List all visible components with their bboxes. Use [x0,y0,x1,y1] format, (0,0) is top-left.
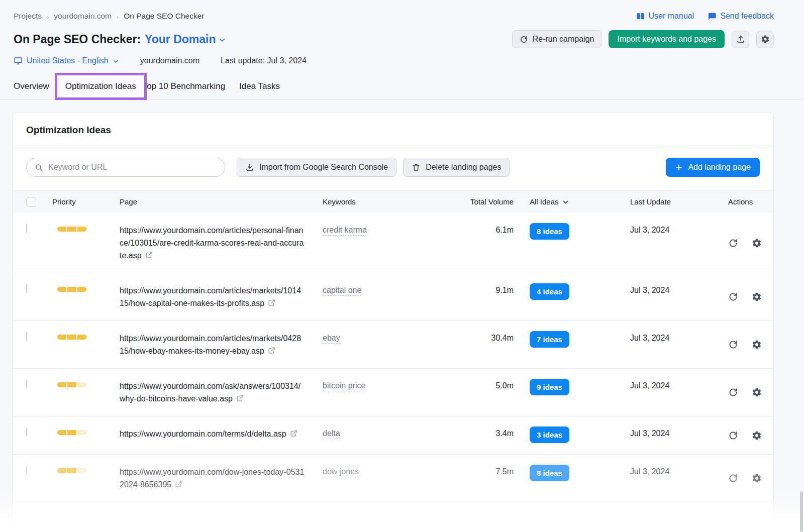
priority-bars [57,468,86,473]
chevron-down-icon [218,36,226,44]
keyword-link[interactable]: delta [323,429,340,439]
external-link-icon[interactable] [145,251,153,259]
row-settings-icon[interactable] [752,387,762,397]
external-link-icon[interactable] [289,429,298,438]
page-url-cell: https://www.yourdomain.com/articles/pers… [120,224,323,262]
column-header-page: Page [120,197,323,206]
row-settings-icon[interactable] [752,292,762,302]
priority-bars [57,335,86,340]
page-url: https://www.yourdomain.com/dow-jones-tod… [120,468,304,489]
row-checkbox[interactable] [26,379,27,389]
breadcrumb-domain[interactable]: yourdomain.com [54,12,112,21]
keyword-link[interactable]: capital one [323,286,361,296]
tab-top10-benchmarking[interactable]: Top 10 Benchmarking [143,81,225,91]
meta-domain: yourdomain.com [140,56,199,65]
rerun-row-icon[interactable] [728,431,738,441]
ideas-badge[interactable]: 7 ideas [530,331,569,348]
page-url-cell: https://www.yourdomain.com/dow-jones-tod… [120,466,323,491]
locale-label: United States - English [27,56,109,65]
breadcrumb-current: On Page SEO Checker [124,12,204,21]
rerun-campaign-label: Re-run campaign [533,35,594,44]
total-volume: 6.1m [465,224,514,236]
import-gsc-button[interactable]: Import from Google Search Console [237,158,396,177]
user-manual-link[interactable]: User manual [636,12,694,21]
title-actions: Re-run campaign Import keywords and page… [512,30,774,48]
scrollbar-thumb[interactable] [800,491,803,532]
rerun-row-icon[interactable] [728,387,738,397]
row-checkbox[interactable] [26,332,27,341]
delete-landing-pages-button[interactable]: Delete landing pages [403,158,510,177]
last-update-date: Jul 3, 2024 [630,284,724,296]
ideas-badge[interactable]: 8 ideas [530,465,569,481]
rerun-row-icon[interactable] [728,238,738,248]
user-manual-label: User manual [649,12,694,21]
rerun-row-icon[interactable] [728,292,738,302]
total-volume: 30.4m [465,332,514,344]
rerun-row-icon[interactable] [728,340,738,350]
row-settings-icon[interactable] [752,238,762,248]
send-feedback-link[interactable]: Send feedback [707,12,774,21]
keyword-link[interactable]: credit karma [323,226,367,236]
table-row: https://www.yourdomain.com/dow-jones-tod… [13,455,773,502]
keyword-link[interactable]: dow jones [323,467,359,477]
row-settings-icon[interactable] [752,431,762,441]
total-volume: 9.1m [465,284,514,296]
external-link-icon[interactable] [174,480,183,488]
row-settings-icon[interactable] [752,340,762,350]
add-landing-page-button[interactable]: Add landing page [666,158,760,177]
external-link-icon[interactable] [267,298,276,307]
external-link-icon[interactable] [267,346,276,355]
gear-icon [761,35,770,44]
settings-button[interactable] [756,31,774,48]
ideas-badge[interactable]: 4 ideas [530,283,569,300]
row-checkbox[interactable] [26,427,27,437]
row-actions [724,473,762,483]
import-keywords-button[interactable]: Import keywords and pages [609,30,725,48]
ideas-badge[interactable]: 9 ideas [530,379,569,395]
table-row: https://www.yourdomain.com/terms/d/delta… [13,416,773,455]
priority-bars [57,382,86,387]
row-checkbox[interactable] [26,465,27,475]
last-update-date: Jul 3, 2024 [630,428,724,440]
domain-selector[interactable]: Your Domain [145,33,226,46]
breadcrumb-projects[interactable]: Projects [14,12,42,21]
row-actions [724,340,762,350]
row-checkbox[interactable] [26,224,27,233]
ideas-badge[interactable]: 8 ideas [530,223,569,240]
export-button[interactable] [732,31,749,48]
refresh-icon [520,35,528,44]
external-link-icon[interactable] [236,394,244,402]
panel-title: Optimization Ideas [26,125,760,136]
top-links: User manual Send feedback [636,12,774,21]
domain-selector-label: Your Domain [145,33,216,46]
table-body: https://www.yourdomain.com/articles/pers… [13,213,773,502]
tabs: Overview Optimization Ideas Top 10 Bench… [12,71,774,101]
column-header-volume: Total Volume [465,197,514,206]
panel-toolbar: Import from Google Search Console Delete… [13,146,773,190]
row-actions [724,292,762,302]
column-header-ideas-filter[interactable]: All Ideas [514,197,630,206]
search-input[interactable] [48,163,217,172]
row-checkbox[interactable] [26,284,27,293]
total-volume: 7.5m [465,466,514,478]
breadcrumb-separator-icon: › [47,13,49,21]
rerun-campaign-button[interactable]: Re-run campaign [512,30,602,48]
keyword-link[interactable]: bitcoin price [323,381,365,391]
last-update-date: Jul 3, 2024 [630,224,724,236]
page-url-cell: https://www.yourdomain.com/ask/answers/1… [120,380,323,405]
download-icon [245,163,254,172]
tab-optimization-ideas[interactable]: Optimization Ideas [65,81,136,91]
trash-icon [412,163,421,172]
keyword-link[interactable]: ebay [323,334,340,344]
tab-overview[interactable]: Overview [14,81,49,91]
priority-bars [57,287,86,292]
table-row: https://www.yourdomain.com/articles/pers… [13,213,773,273]
select-all-checkbox[interactable] [26,197,36,207]
rerun-row-icon[interactable] [728,473,738,483]
row-settings-icon[interactable] [752,473,762,483]
tab-idea-tasks[interactable]: Idea Tasks [239,81,280,91]
ideas-filter-label: All Ideas [530,197,559,206]
ideas-badge[interactable]: 3 ideas [530,427,569,443]
page-url: https://www.yourdomain.com/ask/answers/1… [120,382,300,403]
locale-selector[interactable]: United States - English [14,56,119,65]
